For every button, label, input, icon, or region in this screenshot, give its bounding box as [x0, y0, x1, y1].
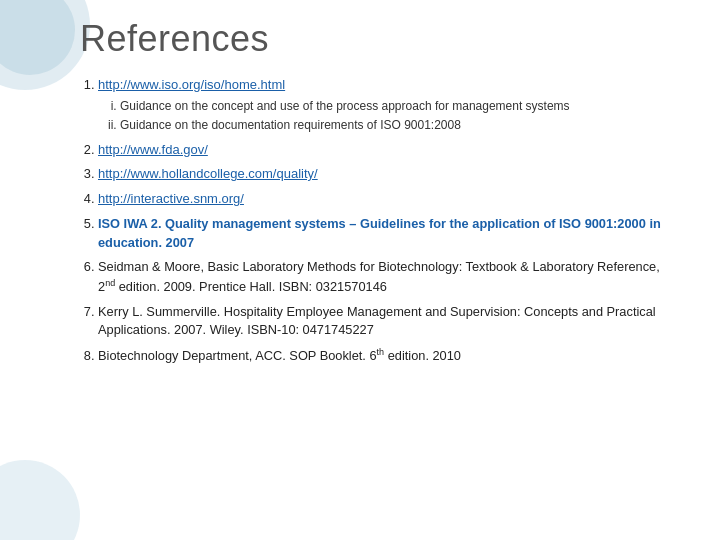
list-item: http://www.iso.org/iso/home.html Guidanc… — [98, 76, 672, 135]
list-item: ISO IWA 2. Quality management systems – … — [98, 215, 672, 252]
ref-item-6-text: Seidman & Moore, Basic Laboratory Method… — [98, 259, 660, 294]
list-item: Biotechnology Department, ACC. SOP Bookl… — [98, 346, 672, 366]
page-title: References — [80, 18, 672, 60]
list-item: Kerry L. Summerville. Hospitality Employ… — [98, 303, 672, 340]
ref-link-3[interactable]: http://www.hollandcollege.com/quality/ — [98, 166, 318, 181]
ref-item-5-text: ISO IWA 2. Quality management systems – … — [98, 216, 661, 250]
list-item: http://www.hollandcollege.com/quality/ — [98, 165, 672, 184]
sub-list-1: Guidance on the concept and use of the p… — [98, 98, 672, 135]
references-list: http://www.iso.org/iso/home.html Guidanc… — [80, 76, 672, 366]
ref-item-7-text: Kerry L. Summerville. Hospitality Employ… — [98, 304, 656, 338]
list-item: http://interactive.snm.org/ — [98, 190, 672, 209]
ref-item-8-text: Biotechnology Department, ACC. SOP Bookl… — [98, 348, 461, 363]
ref-link-2[interactable]: http://www.fda.gov/ — [98, 142, 208, 157]
list-item: Seidman & Moore, Basic Laboratory Method… — [98, 258, 672, 296]
deco-circle-bottom-left — [0, 460, 80, 540]
ref-link-4[interactable]: http://interactive.snm.org/ — [98, 191, 244, 206]
sub-list-item: Guidance on the documentation requiremen… — [120, 117, 672, 134]
sub-list-item: Guidance on the concept and use of the p… — [120, 98, 672, 115]
ref-link-1[interactable]: http://www.iso.org/iso/home.html — [98, 77, 285, 92]
list-item: http://www.fda.gov/ — [98, 141, 672, 160]
page-content: References http://www.iso.org/iso/home.h… — [0, 0, 720, 390]
